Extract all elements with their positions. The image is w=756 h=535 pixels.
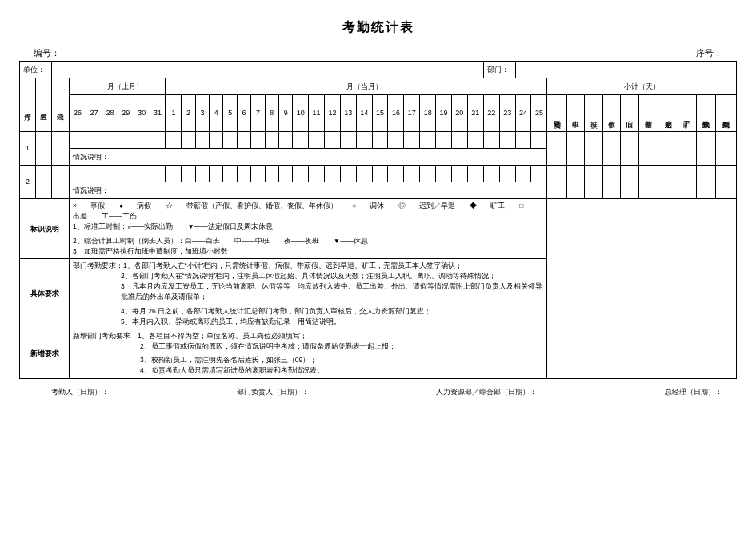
legend-content-2: 2、综合计算工时制（倒班人员）：白——白班 中——中班 夜——夜班 ▼——休息 …: [70, 234, 547, 259]
req-line: 5、本月内入职、异动或离职的员工，均应有缺勤记录，用简洁说明。: [73, 317, 543, 327]
day-cell: 29: [118, 95, 134, 132]
sign-hr: 人力资源部／综合部（日期）：: [436, 387, 537, 397]
req-line: 4、每月 26 日之前，各部门考勤人统计汇总部门考勤，部门负责人审核后，交人力资…: [73, 306, 543, 317]
day-cell: 12: [325, 95, 341, 132]
row-post[interactable]: [51, 166, 69, 199]
day-cell: 20: [451, 95, 467, 132]
req-line: 2、各部门考勤人在“情况说明”栏内，注明员工休假起始、具体情况以及天数；注明员工…: [73, 271, 543, 281]
situation-label[interactable]: 情况说明：: [70, 182, 547, 199]
table-row: 2: [20, 166, 737, 182]
footer-signatures: 考勤人（日期）： 部门负责人（日期）： 人力资源部／综合部（日期）： 总经理（日…: [51, 387, 722, 397]
day-cell: 30: [134, 95, 150, 132]
dept-value[interactable]: [515, 62, 736, 78]
day-cell: 28: [102, 95, 118, 132]
day-cell: 4: [210, 95, 223, 132]
month-group-row: 序号 姓名 岗位 ____月（上月） ____月（当月） 小计（天）: [20, 78, 737, 95]
add-content: 新增部门考勤要求：1、各栏目不得为空；单位名称、员工岗位必须填写； 2、员工事假…: [70, 329, 547, 353]
add-line: 3、校招新员工，需注明先备名后姓氏，如张三（09）；: [73, 355, 543, 365]
legend-content: ×——事假 ●——病假 ☆——带薪假（产假、看护假、婚假、丧假、年休假） ○——…: [70, 199, 547, 234]
day-cell: 27: [86, 95, 102, 132]
header-line: 编号： 序号：: [34, 47, 722, 59]
day-cell: 16: [388, 95, 404, 132]
req-line: 3、凡本月内应发工资员工，无论当前离职、休假等等，均应放列入表中。员工出差、外出…: [73, 281, 543, 302]
req-content-2: 4、每月 26 日之前，各部门考勤人统计汇总部门考勤，部门负责人审核后，交人力资…: [70, 305, 547, 329]
legend-label: 标识说明: [20, 199, 70, 259]
day-header-row: 26 27 28 29 30 31 1 2 3 4 5 6 7 8 9 10 1…: [20, 95, 737, 132]
order-label: 序号：: [696, 47, 722, 59]
day-cell: 22: [483, 95, 499, 132]
prev-month-label: ____月（上月）: [70, 78, 166, 95]
req-content: 部门考勤要求：1、各部门考勤人在“小计”栏内，只需统计事假、病假、带薪假、迟到早…: [70, 258, 547, 304]
add-line: 1、各栏目不得为空；单位名称、员工岗位必须填写；: [138, 332, 307, 340]
legend-line: ×——事假 ●——病假 ☆——带薪假（产假、看护假、婚假、丧假、年休假） ○——…: [73, 201, 543, 222]
sign-gm: 总经理（日期）：: [665, 387, 722, 397]
day-cell: 18: [420, 95, 436, 132]
page-title: 考勤统计表: [19, 19, 737, 36]
legend-side-blank: [547, 199, 737, 379]
day-cell: 26: [70, 95, 86, 132]
page: 考勤统计表 编号： 序号： 单位： 部门： 序号 姓名 岗位 ____月（上月）…: [0, 0, 756, 535]
sign-dept: 部门负责人（日期）：: [237, 387, 309, 397]
table-row: 1: [20, 132, 737, 149]
serial-label: 编号：: [34, 47, 60, 59]
dept-label: 部门：: [483, 62, 515, 78]
day-cell: 19: [436, 95, 452, 132]
req-lead: 部门考勤要求：: [73, 262, 123, 269]
day-cell: 21: [467, 95, 483, 132]
add-content-2: 3、校招新员工，需注明先备名后姓氏，如张三（09）； 4、负责考勤人员只需填写新…: [70, 353, 547, 378]
day-cell: 11: [309, 95, 325, 132]
subtotal-label: 小计（天）: [547, 78, 737, 95]
day-cell: 24: [515, 95, 531, 132]
unit-value[interactable]: [51, 62, 483, 78]
row-post[interactable]: [51, 132, 69, 166]
sign-checker: 考勤人（日期）：: [51, 387, 109, 397]
day-cell: 5: [223, 95, 237, 132]
day-cell: 15: [372, 95, 388, 132]
add-line: 2、员工事假或病假的原因，须在情况说明中考核；请假条原始凭勤表一起上报；: [73, 341, 543, 352]
unit-label: 单位：: [20, 62, 52, 78]
legend-line: 1、标准工时制：√——实际出勤 ▼——法定假日及周末休息: [73, 222, 543, 232]
this-month-label: ____月（当月）: [166, 78, 547, 95]
req-label: 具体要求: [20, 258, 70, 329]
day-cell: 31: [150, 95, 166, 132]
day-cell: 6: [237, 95, 250, 132]
req-line: 1、各部门考勤人在“小计”栏内，只需统计事假、病假、带薪假、迟到早退、旷工，无需…: [123, 262, 462, 269]
row-name[interactable]: [35, 132, 51, 166]
legend-line: 3、加班需严格执行加班申请制度，加班填小时数: [73, 246, 543, 257]
legend-section: 标识说明 ×——事假 ●——病假 ☆——带薪假（产假、看护假、婚假、丧假、年休假…: [20, 199, 737, 234]
day-cell: 8: [265, 95, 278, 132]
add-line: 4、负责考勤人员只需填写新进员的离职表和考勤情况表。: [73, 365, 543, 376]
unit-row: 单位： 部门：: [20, 62, 737, 78]
add-label: 新增要求: [20, 329, 70, 378]
row-id: 1: [20, 132, 36, 166]
day-cell: 23: [499, 95, 515, 132]
row-id: 2: [20, 166, 36, 199]
row-name[interactable]: [35, 166, 51, 199]
day-cell: 17: [404, 95, 420, 132]
situation-label[interactable]: 情况说明：: [70, 149, 547, 166]
day-cell: 1: [166, 95, 182, 132]
day-cell: 10: [293, 95, 309, 132]
day-cell: 25: [531, 95, 547, 132]
add-lead: 新增部门考勤要求：: [73, 332, 138, 340]
day-cell: 3: [195, 95, 209, 132]
attendance-table: 单位： 部门： 序号 姓名 岗位 ____月（上月） ____月（当月） 小计（…: [19, 61, 737, 379]
legend-line: 2、综合计算工时制（倒班人员）：白——白班 中——中班 夜——夜班 ▼——休息: [73, 236, 543, 246]
day-cell: 2: [182, 95, 195, 132]
day-cell: 7: [251, 95, 265, 132]
day-cell: 13: [340, 95, 356, 132]
day-cell: 14: [356, 95, 372, 132]
day-cell: 9: [278, 95, 292, 132]
